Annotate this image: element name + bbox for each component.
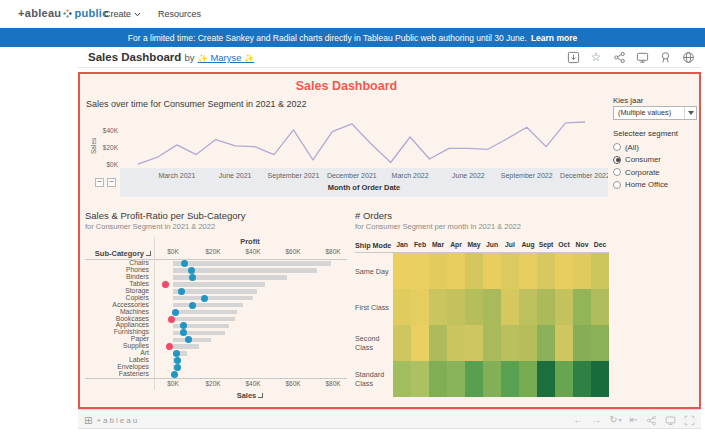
year-dropdown[interactable]: (Multiple values)	[613, 106, 697, 120]
tableau-public-logo[interactable]: +ableau public	[18, 7, 109, 19]
subcategory-row[interactable]: Fasteners	[85, 371, 347, 378]
orders-cell[interactable]	[501, 289, 519, 325]
orders-cell[interactable]	[429, 325, 447, 361]
orders-cell[interactable]	[429, 361, 447, 397]
orders-cell[interactable]	[501, 361, 519, 397]
profit-dot[interactable]	[172, 309, 179, 316]
profit-dot[interactable]	[162, 281, 169, 288]
orders-cell[interactable]	[465, 253, 483, 289]
undo-icon[interactable]: ←	[573, 415, 583, 425]
orders-cell[interactable]	[411, 325, 429, 361]
orders-cell[interactable]	[411, 289, 429, 325]
profit-dot[interactable]	[178, 288, 185, 295]
orders-cell[interactable]	[591, 289, 609, 325]
segment-radio-consumer[interactable]: Consumer	[613, 154, 668, 167]
orders-cell[interactable]	[483, 289, 501, 325]
favorite-star-icon[interactable]: ☆	[589, 50, 603, 64]
orders-cell[interactable]	[483, 361, 501, 397]
learn-more-link[interactable]: Learn more	[531, 33, 577, 43]
subcategory-row[interactable]: Storage	[85, 288, 347, 295]
subcategory-row[interactable]: Chairs	[85, 260, 347, 267]
profit-dot[interactable]	[188, 267, 195, 274]
orders-cell[interactable]	[537, 361, 555, 397]
orders-cell[interactable]	[393, 325, 411, 361]
replay-icon[interactable]: ↻▾	[609, 415, 621, 425]
badge-icon[interactable]	[658, 50, 672, 64]
subcategory-row[interactable]: Art	[85, 350, 347, 357]
profit-dot[interactable]	[185, 336, 192, 343]
orders-cell[interactable]	[447, 361, 465, 397]
orders-cell[interactable]	[519, 253, 537, 289]
profit-dot[interactable]	[181, 260, 188, 267]
subcategory-row[interactable]: Supplies	[85, 343, 347, 350]
fullscreen-icon[interactable]	[684, 415, 695, 426]
globe-icon[interactable]	[681, 50, 695, 64]
subcategory-row[interactable]: Phones	[85, 267, 347, 274]
redo-icon[interactable]: →	[591, 415, 601, 425]
profit-dot[interactable]	[174, 357, 181, 364]
orders-cell[interactable]	[537, 325, 555, 361]
orders-cell[interactable]	[573, 325, 591, 361]
orders-cell[interactable]	[465, 289, 483, 325]
orders-cell[interactable]	[573, 361, 591, 397]
orders-cell[interactable]	[447, 325, 465, 361]
display-icon[interactable]	[635, 50, 649, 64]
sales-axis-title[interactable]: Sales	[155, 391, 345, 400]
subcategory-row[interactable]: Binders	[85, 274, 347, 281]
sales-bar[interactable]	[173, 261, 331, 266]
orders-cell[interactable]	[465, 361, 483, 397]
orders-cell[interactable]	[537, 253, 555, 289]
collapse-axis-button[interactable]: −	[107, 178, 116, 187]
orders-cell[interactable]	[393, 289, 411, 325]
share-icon[interactable]	[612, 50, 626, 64]
orders-cell[interactable]	[537, 289, 555, 325]
sales-over-time-line[interactable]	[120, 118, 608, 170]
sales-bar[interactable]	[173, 296, 253, 301]
orders-cell[interactable]	[591, 253, 609, 289]
download-icon[interactable]	[665, 415, 676, 426]
nav-resources[interactable]: Resources	[158, 9, 201, 19]
orders-cell[interactable]	[429, 289, 447, 325]
orders-cell[interactable]	[555, 325, 573, 361]
segment-radio-corporate[interactable]: Corporate	[613, 166, 668, 179]
orders-cell[interactable]	[411, 253, 429, 289]
orders-cell[interactable]	[519, 289, 537, 325]
sales-bar[interactable]	[173, 338, 211, 343]
profit-dot[interactable]	[201, 295, 208, 302]
profit-dot[interactable]	[180, 329, 187, 336]
orders-cell[interactable]	[411, 361, 429, 397]
revert-icon[interactable]: ⇤	[630, 415, 638, 425]
profit-dot[interactable]	[166, 343, 173, 350]
orders-cell[interactable]	[591, 361, 609, 397]
orders-cell[interactable]	[483, 253, 501, 289]
segment-radio-home-office[interactable]: Home Office	[613, 179, 668, 192]
orders-cell[interactable]	[519, 325, 537, 361]
author-link[interactable]: ✨ Maryse ✨	[198, 52, 254, 63]
orders-cell[interactable]	[393, 361, 411, 397]
sales-bar[interactable]	[173, 268, 317, 273]
subcategory-row[interactable]: Furnishings	[85, 329, 347, 336]
orders-cell[interactable]	[393, 253, 411, 289]
orders-cell[interactable]	[483, 325, 501, 361]
orders-cell[interactable]	[573, 253, 591, 289]
tableau-footer-logo[interactable]: ⊞ +ableau	[84, 410, 139, 430]
orders-cell[interactable]	[447, 253, 465, 289]
sales-bar[interactable]	[173, 303, 243, 308]
orders-cell[interactable]	[573, 289, 591, 325]
orders-cell[interactable]	[591, 325, 609, 361]
segment-radio--all-[interactable]: (All)	[613, 141, 668, 154]
profit-dot[interactable]	[168, 316, 175, 323]
sales-bar[interactable]	[173, 282, 265, 287]
profit-dot[interactable]	[189, 274, 196, 281]
sales-bar[interactable]	[173, 344, 199, 349]
orders-cell[interactable]	[501, 325, 519, 361]
orders-cell[interactable]	[429, 253, 447, 289]
sales-bar[interactable]	[173, 289, 257, 294]
nav-create[interactable]: Create	[104, 9, 141, 19]
profit-dot[interactable]	[180, 322, 187, 329]
orders-cell[interactable]	[555, 253, 573, 289]
orders-cell[interactable]	[465, 325, 483, 361]
orders-cell[interactable]	[447, 289, 465, 325]
dropdown-caret-box[interactable]	[684, 107, 696, 119]
orders-cell[interactable]	[555, 361, 573, 397]
